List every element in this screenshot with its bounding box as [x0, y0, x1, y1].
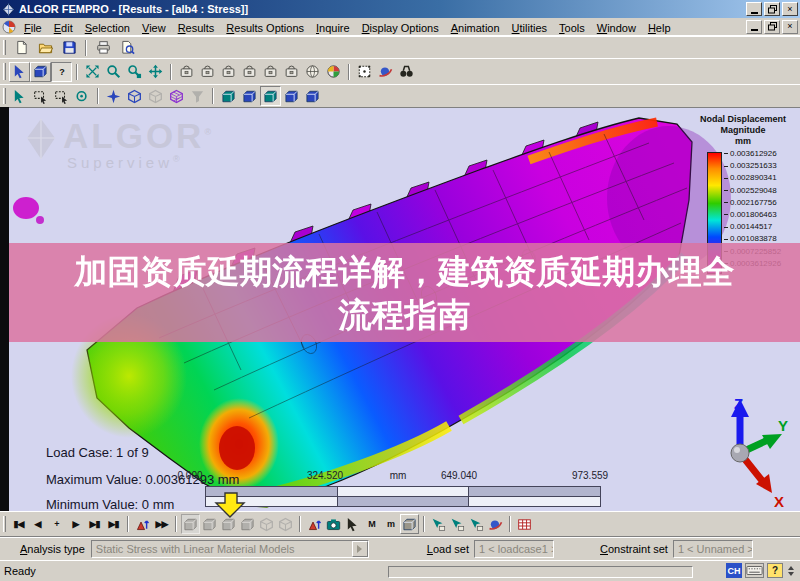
select-surfaces-button[interactable]	[124, 86, 145, 106]
load-set-value: 1 < loadcase1 >	[479, 543, 554, 555]
child-minimize-button[interactable]	[746, 20, 762, 34]
view-back-icon	[200, 64, 215, 79]
menu-view[interactable]: View	[136, 21, 172, 35]
toolbar-grip[interactable]	[3, 63, 6, 81]
select-rectangle-button[interactable]	[30, 86, 51, 106]
display-surfaces-button[interactable]	[218, 86, 239, 106]
animation-frame-4-icon	[240, 517, 255, 532]
menu-selection[interactable]: Selection	[79, 21, 136, 35]
select-parts-icon	[148, 89, 163, 104]
play-animation-button[interactable]: ▶	[66, 514, 85, 534]
context-help-button-glyph: ?	[59, 67, 64, 77]
animation-export-button	[276, 514, 295, 534]
load-set-combo: 1 < loadcase1 >	[474, 540, 554, 558]
snap-grid-button[interactable]	[354, 62, 375, 82]
probe-minimum-button[interactable]	[448, 514, 467, 534]
animation-save-button	[257, 514, 276, 534]
zoom-window-icon	[106, 64, 121, 79]
snapshot-button[interactable]	[324, 514, 343, 534]
view-bottom-button[interactable]	[239, 62, 260, 82]
display-edges-button[interactable]	[239, 86, 260, 106]
last-load-case-button[interactable]: ▶▮	[104, 514, 123, 534]
legend-value: 0.002890341	[724, 172, 781, 184]
select-polyline-button[interactable]	[51, 86, 72, 106]
select-vertices-button[interactable]	[103, 86, 124, 106]
menu-file[interactable]: File	[18, 21, 48, 35]
play-animation-button-glyph: ▶	[73, 519, 79, 529]
menu-window[interactable]: Window	[591, 21, 642, 35]
menu-results-options[interactable]: Results Options	[220, 21, 310, 35]
pan-button[interactable]	[145, 62, 166, 82]
probe-settings-button[interactable]	[486, 514, 505, 534]
keyboard-icon[interactable]	[745, 563, 764, 578]
show-minimum-button[interactable]: m	[381, 514, 400, 534]
render-mode-button[interactable]	[30, 62, 51, 82]
toolbar-grip[interactable]	[3, 40, 6, 55]
view-back-button[interactable]	[197, 62, 218, 82]
orbit-button[interactable]	[375, 62, 396, 82]
probe-maximum-button[interactable]	[467, 514, 486, 534]
toolbar-grip[interactable]	[3, 516, 6, 533]
menu-results[interactable]: Results	[172, 21, 221, 35]
pointer-select-button[interactable]	[9, 62, 30, 82]
close-button[interactable]: ×	[782, 2, 798, 16]
display-surfaces-icon	[221, 89, 236, 104]
menu-bar: FileEditSelectionViewResultsResults Opti…	[0, 18, 800, 36]
animate-load-cases-button[interactable]	[133, 514, 152, 534]
menu-tools[interactable]: Tools	[553, 21, 591, 35]
display-shaded-button[interactable]	[260, 86, 281, 106]
probe-nearest-button[interactable]	[429, 514, 448, 534]
new-file-button[interactable]	[9, 38, 33, 58]
zoom-window-button[interactable]	[103, 62, 124, 82]
open-file-button[interactable]	[33, 38, 57, 58]
menu-animation[interactable]: Animation	[445, 21, 506, 35]
toolbar-separator	[299, 516, 301, 532]
view-top-button[interactable]	[218, 62, 239, 82]
minimize-button[interactable]	[746, 2, 762, 16]
save-button[interactable]	[57, 38, 81, 58]
find-button[interactable]	[396, 62, 417, 82]
view-right-button[interactable]	[281, 62, 302, 82]
select-rectangle-icon	[33, 89, 48, 104]
menu-inquire[interactable]: Inquire	[310, 21, 356, 35]
zoom-extents-button[interactable]	[82, 62, 103, 82]
context-help-button[interactable]: ?	[51, 62, 72, 82]
orbit-icon	[378, 64, 393, 79]
previous-load-case-button[interactable]: ◀	[28, 514, 47, 534]
view-front-button[interactable]	[176, 62, 197, 82]
report-button[interactable]	[400, 514, 419, 534]
select-mesh-button[interactable]	[166, 86, 187, 106]
results-viewport[interactable]: ALGOR® Superview®	[9, 107, 800, 511]
ime-options-toggle[interactable]	[786, 566, 796, 576]
display-filled-mesh-button[interactable]	[302, 86, 323, 106]
restore-button[interactable]	[764, 2, 780, 16]
first-load-case-button[interactable]: ▮◀	[9, 514, 28, 534]
zoom-previous-button[interactable]	[124, 62, 145, 82]
menu-help[interactable]: Help	[642, 21, 677, 35]
toolbar-grip[interactable]	[3, 88, 6, 103]
view-isometric-button[interactable]	[302, 62, 323, 82]
select-point-button[interactable]	[9, 86, 30, 106]
child-restore-button[interactable]	[764, 20, 780, 34]
print-preview-button[interactable]	[115, 38, 139, 58]
play-all-button[interactable]: ▶▶	[152, 514, 171, 534]
select-circle-button[interactable]	[72, 86, 93, 106]
next-load-case-button[interactable]: ▶▮	[85, 514, 104, 534]
menu-edit[interactable]: Edit	[48, 21, 79, 35]
child-close-button[interactable]: ×	[782, 20, 798, 34]
menu-utilities[interactable]: Utilities	[506, 21, 553, 35]
analysis-type-expand-button[interactable]	[352, 541, 368, 557]
next-load-case-button-glyph: ▶▮	[90, 519, 100, 529]
current-load-case-button[interactable]: +	[47, 514, 66, 534]
print-button[interactable]	[91, 38, 115, 58]
results-table-button[interactable]	[515, 514, 534, 534]
probe-button[interactable]	[343, 514, 362, 534]
show-max-marker-button[interactable]	[305, 514, 324, 534]
view-shaded-button[interactable]	[323, 62, 344, 82]
display-mesh-button[interactable]	[281, 86, 302, 106]
ime-help-icon[interactable]: ?	[767, 563, 783, 578]
view-left-button[interactable]	[260, 62, 281, 82]
menu-display-options[interactable]: Display Options	[356, 21, 445, 35]
show-maximum-button[interactable]: M	[362, 514, 381, 534]
ime-language-badge[interactable]: CH	[726, 563, 742, 578]
